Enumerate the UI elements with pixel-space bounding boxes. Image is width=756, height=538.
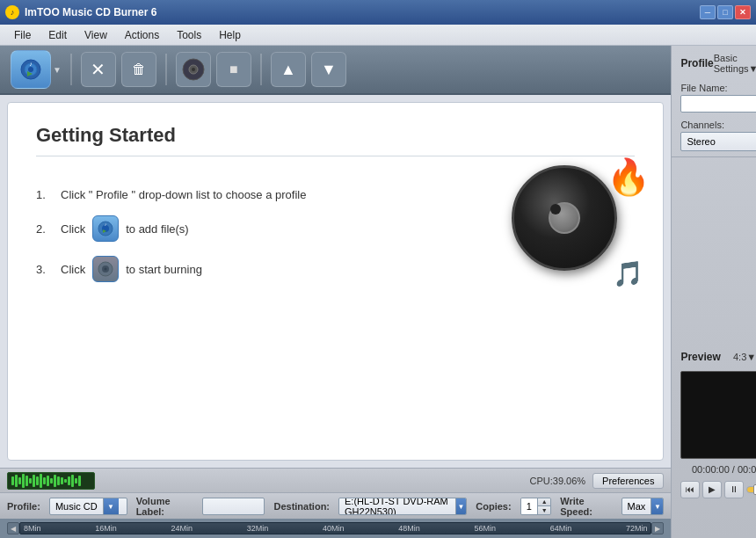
filename-input[interactable] — [680, 95, 756, 113]
right-panel-spacer — [672, 157, 756, 343]
tick-48min: 48Min — [398, 524, 420, 533]
preview-screen — [680, 371, 756, 459]
step-2: 2. Click ♪ to add file(s) — [36, 215, 306, 242]
cd-image: 🔥 🎵 — [512, 165, 635, 280]
destination-select-wrapper: E:(HL-DT-ST DVD-RAM GH22N530) ▼ — [338, 498, 467, 515]
profile-select-text[interactable]: Music CD — [50, 498, 103, 514]
tick-40min: 40Min — [323, 524, 345, 533]
timeline-scroll-right[interactable]: ▶ — [651, 522, 664, 534]
flame-icon: 🔥 — [607, 156, 651, 198]
profile-select-wrapper: Music CD ▼ — [49, 498, 127, 515]
minimize-button[interactable]: ─ — [700, 5, 716, 19]
volume-field[interactable] — [202, 498, 265, 515]
profile-section-header: Profile Basic Settings▼ ▶ — [680, 51, 756, 76]
step3-icon — [92, 256, 119, 282]
profile-section-title: Profile — [680, 57, 713, 69]
svg-text:♪: ♪ — [29, 61, 33, 67]
move-down-button[interactable]: ▼ — [311, 52, 346, 87]
playback-play-button[interactable]: ▶ — [702, 481, 722, 498]
preview-title: Preview — [680, 351, 720, 363]
separator-2 — [165, 54, 167, 85]
content-area: Getting Started 1. Click " Profile " dro… — [7, 102, 664, 461]
copies-spinbox[interactable]: 1 ▲ ▼ — [520, 498, 552, 515]
profile-destination-bar: Profile: Music CD ▼ Volume Label: Destin… — [0, 492, 671, 519]
channels-value[interactable]: Stereo — [681, 133, 756, 150]
preview-header: Preview 4:3▼ ⤢ — [680, 348, 756, 366]
timeline-track[interactable]: 8Min 16Min 24Min 32Min 40Min 48Min 56Min… — [19, 522, 651, 534]
separator-3 — [260, 54, 262, 85]
menu-edit[interactable]: Edit — [40, 27, 76, 43]
channels-label: Channels: — [680, 120, 756, 130]
right-panel: Profile Basic Settings▼ ▶ File Name: Cha… — [671, 46, 756, 538]
menu-help[interactable]: Help — [210, 27, 250, 43]
copies-up-button[interactable]: ▲ — [538, 498, 550, 506]
volume-slider[interactable] — [746, 486, 756, 493]
basic-settings-dropdown[interactable]: Basic Settings▼ — [714, 53, 756, 74]
writespeed-text[interactable]: Max — [622, 498, 651, 514]
close-button[interactable]: ✕ — [735, 5, 751, 19]
step-3: 3. Click to start burning — [36, 256, 306, 282]
menu-tools[interactable]: Tools — [168, 27, 210, 43]
profile-label: Profile: — [7, 501, 40, 512]
volume-text — [203, 498, 214, 514]
stop-button[interactable]: ■ — [216, 52, 251, 87]
menu-actions[interactable]: Actions — [116, 27, 168, 43]
copies-down-button[interactable]: ▼ — [538, 506, 550, 514]
menu-view[interactable]: View — [76, 27, 116, 43]
svg-point-2 — [28, 67, 33, 72]
waveform-display — [7, 472, 95, 490]
destination-label: Destination: — [273, 501, 330, 512]
volume-label: Volume Label: — [136, 496, 194, 517]
preview-section: Preview 4:3▼ ⤢ 00:00:00 / 00:00:00 ⏮ ▶ ⏸… — [672, 343, 756, 539]
svg-point-7 — [192, 68, 195, 71]
playback-prev-button[interactable]: ⏮ — [680, 481, 700, 498]
filename-label: File Name: — [680, 83, 756, 93]
clear-button[interactable]: 🗑 — [121, 52, 156, 87]
writespeed-select-wrapper: Max ▼ — [622, 498, 665, 515]
toolbar: ♪ ▼ ✕ 🗑 ■ ▲ ▼ — [0, 46, 671, 95]
tick-8min: 8Min — [24, 524, 41, 533]
getting-started-title: Getting Started — [36, 124, 635, 156]
profile-section: Profile Basic Settings▼ ▶ File Name: Cha… — [672, 46, 756, 157]
add-dropdown-arrow[interactable]: ▼ — [53, 65, 62, 75]
separator-1 — [70, 54, 72, 85]
tick-56min: 56Min — [474, 524, 496, 533]
app-title: ImTOO Music CD Burner 6 — [25, 6, 700, 18]
playback-pause-button[interactable]: ⏸ — [724, 481, 744, 498]
time-display: 00:00:00 / 00:00:00 — [680, 464, 756, 475]
destination-text[interactable]: E:(HL-DT-ST DVD-RAM GH22N530) — [339, 498, 455, 514]
left-panel: ♪ ▼ ✕ 🗑 ■ ▲ ▼ — [0, 46, 671, 538]
tick-72min: 72Min — [626, 524, 648, 533]
profile-dropdown-arrow[interactable]: ▼ — [103, 498, 119, 515]
tick-16min: 16Min — [95, 524, 117, 533]
svg-point-14 — [105, 268, 107, 271]
window-controls: ─ □ ✕ — [700, 5, 751, 19]
writespeed-dropdown-arrow[interactable]: ▼ — [651, 498, 663, 515]
burn-button[interactable] — [176, 52, 211, 87]
timeline-scroll-left[interactable]: ◀ — [7, 522, 19, 534]
aspect-ratio-select[interactable]: 4:3▼ — [733, 352, 756, 362]
writespeed-label: Write Speed: — [560, 496, 612, 517]
channels-select-wrapper: Stereo ▼ — [680, 132, 756, 151]
add-files-button[interactable]: ♪ — [11, 50, 51, 89]
step2-icon: ♪ — [92, 215, 119, 242]
title-bar: ♪ ImTOO Music CD Burner 6 ─ □ ✕ — [0, 0, 756, 25]
move-up-button[interactable]: ▲ — [271, 52, 306, 87]
maximize-button[interactable]: □ — [717, 5, 733, 19]
tick-64min: 64Min — [550, 524, 572, 533]
app-icon: ♪ — [5, 5, 19, 19]
playback-controls: ⏮ ▶ ⏸ ⚙ — [680, 480, 756, 499]
tick-32min: 32Min — [247, 524, 269, 533]
step-1: 1. Click " Profile " drop-down list to c… — [36, 188, 306, 201]
menu-file[interactable]: File — [5, 27, 40, 43]
copies-spinbox-buttons: ▲ ▼ — [538, 498, 550, 514]
preferences-button[interactable]: Preferences — [592, 473, 664, 489]
destination-dropdown-arrow[interactable]: ▼ — [455, 498, 466, 515]
menu-bar: File Edit View Actions Tools Help — [0, 25, 756, 46]
remove-button[interactable]: ✕ — [81, 52, 116, 87]
cpu-usage: CPU:39.06% — [102, 476, 585, 486]
tick-24min: 24Min — [171, 524, 193, 533]
copies-value: 1 — [521, 498, 539, 514]
timeline-bar: ◀ 8Min 16Min 24Min 32Min 40Min 48Min 56M… — [0, 519, 671, 538]
main-layout: ♪ ▼ ✕ 🗑 ■ ▲ ▼ — [0, 46, 756, 538]
